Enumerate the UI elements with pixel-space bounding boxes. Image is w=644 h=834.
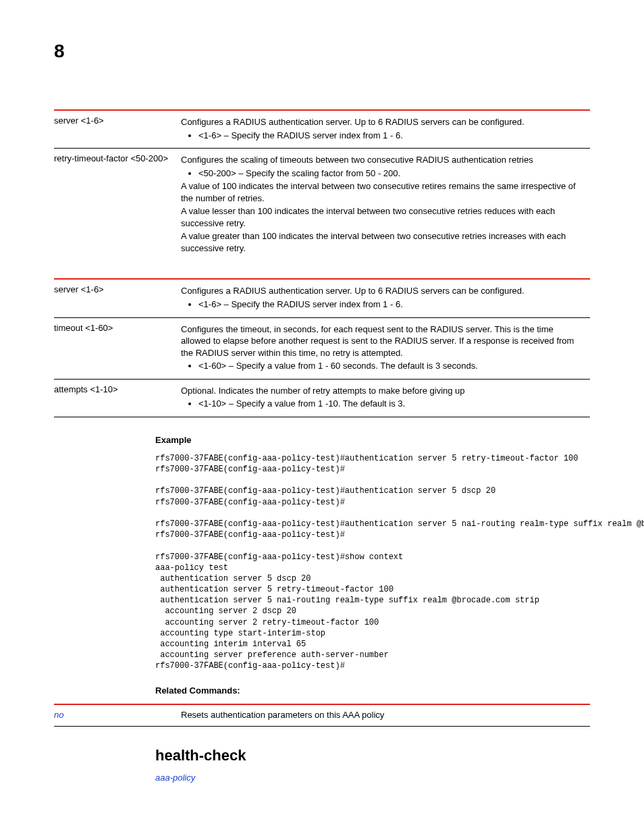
table-row: attempts <1-10> Optional. Indicates the … — [54, 379, 590, 417]
table-row: timeout <1-60> Configures the timeout, i… — [54, 317, 590, 379]
related-link[interactable]: no — [54, 710, 63, 720]
param-desc: Configures a RADIUS authentication serve… — [181, 116, 585, 128]
param-name: retry-timeout-factor <50-200> — [54, 149, 181, 261]
param-name: attempts <1-10> — [54, 379, 181, 417]
param-desc: Configures the scaling of timeouts betwe… — [181, 154, 585, 166]
param-name: server <1-6> — [54, 279, 181, 317]
section-heading: health-check — [155, 747, 590, 764]
bullet-list: <1-6> – Specify the RADIUS server index … — [198, 130, 585, 142]
bullet-item: <50-200> – Specify the scaling factor fr… — [198, 167, 585, 180]
related-table: no Resets authentication parameters on t… — [54, 704, 590, 727]
param-name: server <1-6> — [54, 110, 181, 149]
bullet-list: <50-200> – Specify the scaling factor fr… — [198, 167, 585, 180]
param-table-2: server <1-6> Configures a RADIUS authent… — [54, 278, 590, 417]
table-row: server <1-6> Configures a RADIUS authent… — [54, 279, 590, 317]
bullet-item: <1-6> – Specify the RADIUS server index … — [198, 298, 585, 311]
table-row: retry-timeout-factor <50-200> Configures… — [54, 149, 590, 261]
param-note: A value of 100 indicates the interval be… — [181, 180, 585, 204]
param-desc-cell: Configures the scaling of timeouts betwe… — [181, 149, 590, 261]
bullet-item: <1-60> – Specify a value from 1 - 60 sec… — [198, 360, 585, 372]
bullet-item: <1-10> – Specify a value from 1 -10. The… — [198, 398, 585, 410]
param-name: timeout <1-60> — [54, 317, 181, 379]
section-sublink-wrap: aaa-policy — [155, 773, 590, 783]
param-desc-cell: Optional. Indicates the number of retry … — [181, 379, 590, 417]
param-desc-cell: Configures a RADIUS authentication serve… — [181, 110, 590, 149]
related-label: Related Commands: — [155, 685, 590, 696]
param-desc-cell: Configures the timeout, in seconds, for … — [181, 317, 590, 379]
chapter-number: 8 — [54, 41, 590, 62]
bullet-list: <1-6> – Specify the RADIUS server index … — [198, 298, 585, 311]
table-row: server <1-6> Configures a RADIUS authent… — [54, 110, 590, 149]
param-table-1: server <1-6> Configures a RADIUS authent… — [54, 109, 590, 261]
param-desc: Configures the timeout, in seconds, for … — [181, 323, 585, 359]
param-desc: Configures a RADIUS authentication serve… — [181, 285, 585, 297]
param-desc: Optional. Indicates the number of retry … — [181, 385, 585, 397]
bullet-item: <1-6> – Specify the RADIUS server index … — [198, 130, 585, 142]
related-link-cell: no — [54, 704, 181, 727]
section-sublink[interactable]: aaa-policy — [155, 773, 195, 783]
related-desc: Resets authentication parameters on this… — [181, 704, 590, 727]
param-note: A value lesser than 100 indicates the in… — [181, 205, 585, 229]
param-note: A value greater than 100 indicates the i… — [181, 230, 585, 254]
bullet-list: <1-10> – Specify a value from 1 -10. The… — [198, 398, 585, 410]
table-row: no Resets authentication parameters on t… — [54, 704, 590, 727]
param-desc-cell: Configures a RADIUS authentication serve… — [181, 279, 590, 317]
example-label: Example — [155, 435, 590, 445]
example-code: rfs7000-37FABE(config-aaa-policy-test)#a… — [155, 453, 590, 672]
bullet-list: <1-60> – Specify a value from 1 - 60 sec… — [198, 360, 585, 372]
